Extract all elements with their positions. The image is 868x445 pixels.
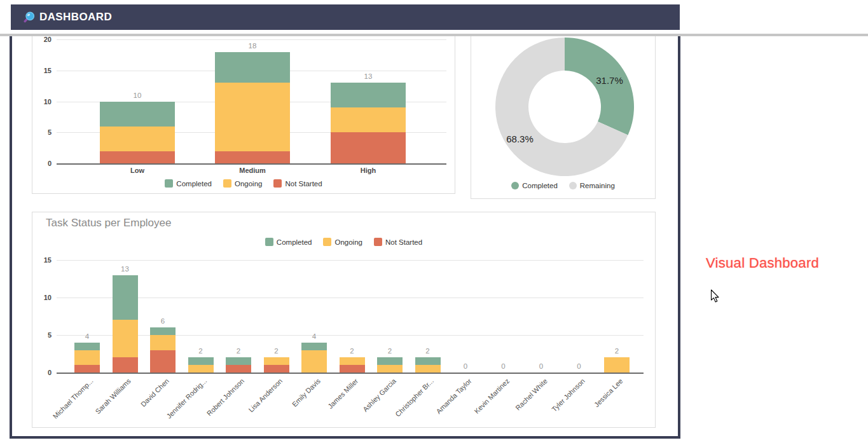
legend-label: Ongoing xyxy=(235,180,262,188)
x-category-label: Low xyxy=(99,167,176,174)
bar-segment-ongoing[interactable] xyxy=(74,350,100,366)
floating-annotation: Visual Dashboard xyxy=(706,255,819,271)
y-tick-label: 10 xyxy=(32,98,52,106)
bar-total-label: 4 xyxy=(295,332,333,340)
bar-segment-not-started[interactable] xyxy=(215,151,290,164)
gridline xyxy=(57,298,644,298)
legend-swatch-icon xyxy=(273,179,282,188)
y-tick-label: 0 xyxy=(32,369,52,376)
bar-total-label: 2 xyxy=(333,347,371,355)
legend-label: Completed xyxy=(522,182,558,189)
legend-item-not-started[interactable]: Not Started xyxy=(273,179,322,188)
bar-segment-not-started[interactable] xyxy=(100,151,175,164)
legend-label: Not Started xyxy=(385,238,422,246)
bar-total-label: 0 xyxy=(522,362,560,370)
bar-segment-ongoing[interactable] xyxy=(301,350,327,373)
bar-total-label: 2 xyxy=(371,347,409,355)
bar-total-label: 10 xyxy=(118,92,156,99)
donut-label: 68.3% xyxy=(506,133,534,144)
legend-item-completed[interactable]: Completed xyxy=(165,179,212,188)
bar-segment-ongoing[interactable] xyxy=(331,107,406,132)
donut-slice-completed[interactable] xyxy=(565,38,634,135)
legend-swatch-icon xyxy=(323,238,331,246)
bar-total-label: 13 xyxy=(106,265,144,273)
bar-total-label: 13 xyxy=(349,72,387,80)
app-title: DASHBOARD xyxy=(39,11,112,24)
bar-total-label: 4 xyxy=(68,332,106,340)
employee-chart-title: Task Status per Employee xyxy=(46,217,171,229)
bar-segment-completed[interactable] xyxy=(226,357,251,365)
bar-segment-completed[interactable] xyxy=(100,102,175,127)
donut-legend: CompletedRemaining xyxy=(471,182,656,189)
bar-segment-ongoing[interactable] xyxy=(264,357,289,365)
legend-swatch-icon xyxy=(374,238,382,246)
bar-segment-completed[interactable] xyxy=(113,275,138,320)
page: Task Status per Employee 0510152010Low18… xyxy=(0,0,868,445)
legend-item-ongoing[interactable]: Ongoing xyxy=(223,179,262,188)
bar-segment-ongoing[interactable] xyxy=(150,335,176,350)
bar-segment-not-started[interactable] xyxy=(74,365,100,373)
bar-total-label: 0 xyxy=(485,362,523,370)
donut-label: 31.7% xyxy=(596,75,623,86)
bar-segment-not-started[interactable] xyxy=(331,132,406,163)
bar-total-label: 2 xyxy=(409,347,447,355)
x-axis-line xyxy=(57,373,644,374)
legend-item-completed[interactable]: Completed xyxy=(265,238,312,246)
y-tick-label: 15 xyxy=(32,67,52,74)
legend-swatch-icon xyxy=(165,179,173,188)
priority-chart-legend: CompletedOngoingNot Started xyxy=(32,179,455,188)
y-tick-label: 20 xyxy=(32,36,52,43)
bar-segment-completed[interactable] xyxy=(301,343,327,350)
magnifier-icon xyxy=(24,11,35,23)
bar-segment-completed[interactable] xyxy=(215,52,290,83)
bar-segment-ongoing[interactable] xyxy=(377,365,403,373)
bar-segment-ongoing[interactable] xyxy=(604,357,630,373)
legend-item-completed[interactable]: Completed xyxy=(511,182,558,189)
bar-total-label: 2 xyxy=(182,347,220,355)
gridline xyxy=(57,39,446,40)
bar-segment-not-started[interactable] xyxy=(340,365,365,373)
y-tick-label: 15 xyxy=(32,256,52,264)
bar-segment-ongoing[interactable] xyxy=(113,320,138,357)
legend-label: Completed xyxy=(277,238,312,246)
bar-segment-not-started[interactable] xyxy=(150,350,176,373)
gridline xyxy=(57,335,644,336)
x-axis-line xyxy=(57,163,446,165)
mouse-cursor-icon xyxy=(710,289,720,306)
app-header: DASHBOARD xyxy=(11,4,680,30)
x-category-label: Medium xyxy=(214,167,291,174)
gridline xyxy=(57,260,644,261)
legend-item-not-started[interactable]: Not Started xyxy=(374,238,422,246)
y-tick-label: 10 xyxy=(32,294,52,301)
legend-label: Not Started xyxy=(285,180,322,188)
bar-segment-completed[interactable] xyxy=(415,357,441,365)
bar-segment-completed[interactable] xyxy=(188,357,214,365)
bar-segment-not-started[interactable] xyxy=(264,365,289,373)
bar-segment-completed[interactable] xyxy=(377,357,403,365)
bar-segment-completed[interactable] xyxy=(74,343,100,350)
employee-chart-legend: CompletedOngoingNot Started xyxy=(32,238,656,246)
bar-total-label: 2 xyxy=(258,347,296,355)
legend-item-remaining[interactable]: Remaining xyxy=(569,182,615,189)
bar-segment-ongoing[interactable] xyxy=(415,365,441,373)
legend-swatch-icon xyxy=(511,182,519,189)
bar-total-label: 18 xyxy=(233,42,272,50)
bar-segment-not-started[interactable] xyxy=(226,365,251,373)
bar-total-label: 2 xyxy=(598,347,636,355)
bar-total-label: 0 xyxy=(560,362,598,370)
dashboard-content: Task Status per Employee 0510152010Low18… xyxy=(12,36,678,436)
bar-segment-ongoing[interactable] xyxy=(340,357,365,365)
bar-segment-ongoing[interactable] xyxy=(188,365,214,373)
y-tick-label: 0 xyxy=(32,160,52,167)
bar-segment-ongoing[interactable] xyxy=(100,127,175,151)
bar-segment-completed[interactable] xyxy=(331,83,406,107)
y-tick-label: 5 xyxy=(32,331,52,339)
bar-segment-ongoing[interactable] xyxy=(215,83,290,151)
bar-segment-not-started[interactable] xyxy=(113,357,138,373)
legend-label: Ongoing xyxy=(334,238,362,246)
legend-swatch-icon xyxy=(569,182,577,189)
legend-swatch-icon xyxy=(265,238,273,246)
legend-label: Completed xyxy=(176,180,212,188)
bar-segment-completed[interactable] xyxy=(150,327,176,335)
legend-item-ongoing[interactable]: Ongoing xyxy=(323,238,362,246)
